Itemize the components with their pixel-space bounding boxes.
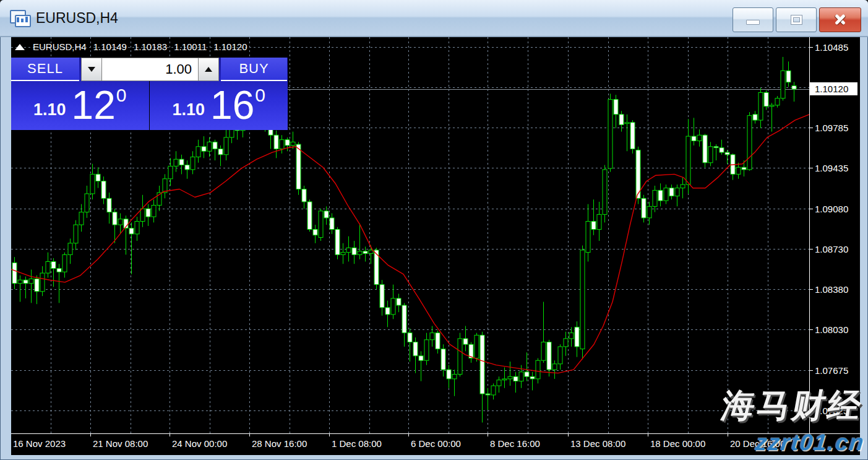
ohlc-open: 1.10149	[93, 41, 127, 52]
sell-price-big: 12	[72, 82, 116, 128]
svg-text:1.08380: 1.08380	[815, 284, 848, 295]
sell-price-sup: 0	[116, 85, 127, 106]
window-title: EURUSD,H4	[36, 10, 118, 27]
ohlc-close: 1.10120	[213, 41, 247, 52]
svg-text:13 Dec 08:00: 13 Dec 08:00	[570, 438, 625, 449]
close-icon	[833, 13, 847, 27]
volume-decrease-button[interactable]	[81, 58, 102, 81]
buy-price[interactable]: 1.10 16 0	[150, 81, 288, 130]
ohlc-info-bar: EURUSD,H4 1.10149 1.10183 1.10011 1.1012…	[15, 41, 247, 52]
buy-price-sup: 0	[255, 85, 265, 106]
svg-text:1.07675: 1.07675	[815, 365, 848, 376]
svg-text:24 Nov 00:00: 24 Nov 00:00	[172, 438, 227, 449]
svg-text:21 Nov 08:00: 21 Nov 08:00	[93, 438, 148, 449]
sell-button[interactable]: SELL	[11, 58, 79, 81]
minimize-icon	[746, 20, 760, 25]
svg-text:8 Dec 16:00: 8 Dec 16:00	[490, 438, 540, 449]
svg-text:1.09435: 1.09435	[815, 163, 848, 173]
ohlc-symbol: EURUSD,H4	[33, 41, 87, 52]
svg-text:18 Dec 00:00: 18 Dec 00:00	[650, 438, 705, 449]
restore-icon	[791, 15, 802, 24]
ohlc-low: 1.10011	[174, 41, 207, 52]
svg-text:28 Nov 16:00: 28 Nov 16:00	[252, 438, 307, 449]
svg-text:1.10120: 1.10120	[815, 84, 848, 94]
title-bar[interactable]: EURUSD,H4	[0, 0, 868, 37]
buy-price-prefix: 1.10	[173, 100, 205, 119]
one-click-trading-panel: SELL BUY 1.10 12 0	[11, 58, 288, 130]
watermark-url: zzrt01.cn	[754, 430, 866, 456]
volume-input[interactable]	[102, 58, 198, 81]
collapse-panel-icon[interactable]	[15, 44, 25, 50]
svg-text:16 Nov 2023: 16 Nov 2023	[13, 438, 66, 449]
volume-increase-button[interactable]	[198, 58, 219, 81]
restore-button[interactable]	[776, 7, 817, 32]
buy-button[interactable]: BUY	[221, 58, 287, 81]
close-button[interactable]	[819, 7, 861, 32]
chart-window-icon	[10, 10, 28, 26]
svg-text:1.10485: 1.10485	[815, 42, 848, 53]
minimize-button[interactable]	[733, 7, 773, 32]
svg-text:1.08030: 1.08030	[815, 324, 848, 335]
triangle-down-icon	[88, 67, 95, 72]
buy-price-big: 16	[210, 82, 254, 128]
svg-text:1.08730: 1.08730	[815, 244, 848, 254]
watermark-chinese: 海马财经	[718, 384, 867, 428]
sell-price[interactable]: 1.10 12 0	[11, 81, 149, 130]
chart-window: EURUSD,H4 1.104851.097851.094351.090801.…	[0, 0, 868, 460]
svg-text:6 Dec 00:00: 6 Dec 00:00	[411, 438, 461, 449]
svg-text:1 Dec 08:00: 1 Dec 08:00	[332, 438, 382, 449]
svg-text:1.09785: 1.09785	[815, 123, 848, 133]
sell-price-prefix: 1.10	[33, 100, 66, 119]
svg-text:1.09080: 1.09080	[815, 204, 848, 214]
volume-stepper	[81, 58, 219, 81]
ohlc-high: 1.10183	[134, 41, 167, 52]
triangle-up-icon	[205, 67, 212, 72]
